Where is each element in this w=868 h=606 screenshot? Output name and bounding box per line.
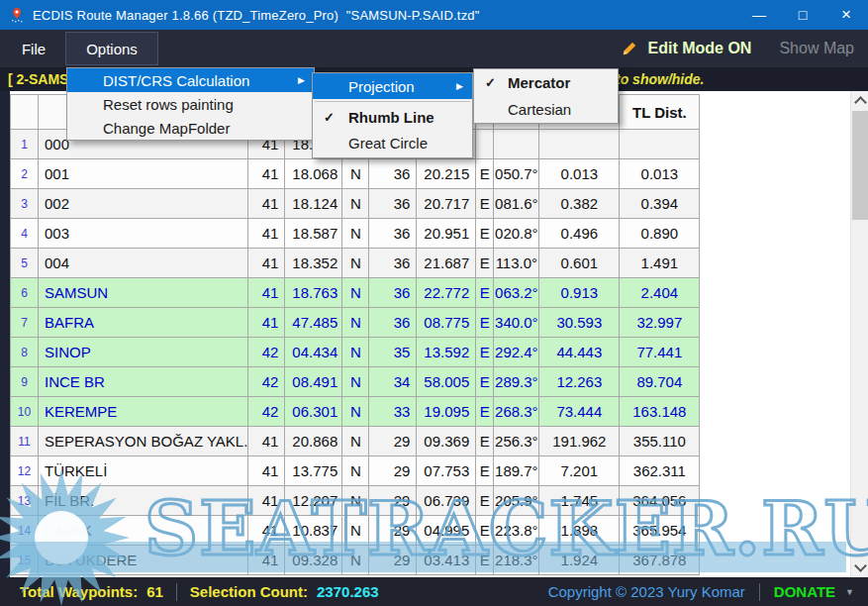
menu-item-reset-rows-painting[interactable]: Reset rows painting <box>67 92 314 116</box>
table-row[interactable]: 11 SEPERASYON BOĞAZ YAKL. 41 20.868 N 29… <box>11 427 700 456</box>
cell-name: 001 <box>39 159 248 189</box>
cell-tl-dist: 0.394 <box>620 189 700 219</box>
close-button[interactable]: × <box>824 0 868 30</box>
app-icon <box>9 7 25 23</box>
row-number: 13 <box>11 486 39 516</box>
row-number: 12 <box>11 456 39 486</box>
cell-tl-dist: 365.954 <box>620 516 700 546</box>
cell-name: BÜYÜKDERE <box>39 546 248 575</box>
table-row[interactable]: 5 004 41 18.352 N 36 21.687 E 113.0° 0.6… <box>11 249 700 278</box>
cell-name: 003 <box>39 219 248 249</box>
cell-ns: N <box>342 397 369 427</box>
menubar-right: Edit Mode ON Show Map <box>621 30 854 67</box>
table-row[interactable]: 7 BAFRA 41 47.485 N 36 08.775 E 340.0° 3… <box>11 308 700 338</box>
cell-ew: E <box>476 189 494 219</box>
cell-name: BAFRA <box>39 308 248 338</box>
vertical-scrollbar[interactable] <box>850 91 868 577</box>
cell-tl-dist: 362.311 <box>620 456 700 486</box>
window-controls: — □ × <box>737 0 868 30</box>
cell-lat-min: 18.352 <box>285 249 342 278</box>
menu-item-cartesian[interactable]: Cartesian <box>474 96 618 123</box>
status-bar: Total Waypoints: 61 Selection Count: 237… <box>0 577 868 606</box>
donate-button[interactable]: DONATE <box>774 583 835 600</box>
selection-count-label: Selection Count: <box>190 583 308 600</box>
cell-course: 223.8° <box>494 516 539 546</box>
selection-count-value: 2370.263 <box>317 583 379 600</box>
cell-course: 256.3° <box>494 427 539 456</box>
scroll-up-button[interactable] <box>851 91 868 111</box>
cell-course: 205.9° <box>494 486 539 516</box>
table-row[interactable]: 9 INCE BR 42 08.491 N 34 58.005 E 289.3°… <box>11 367 700 397</box>
table-row[interactable]: 10 KEREMPE 42 06.301 N 33 19.095 E 268.3… <box>11 397 700 427</box>
menu-item-dist-crs-calculation[interactable]: DIST/CRS Calculation ▶ <box>67 68 314 92</box>
cell-lon-min: 13.592 <box>417 338 476 367</box>
cell-name: SAMSUN <box>39 278 248 308</box>
row-number: 2 <box>11 159 39 189</box>
row-number: 3 <box>11 189 39 219</box>
app-window: ECDIS Route Manager 1.8.66 (TZD_TimeZero… <box>0 0 868 606</box>
menu-options[interactable]: Options <box>65 32 158 65</box>
cell-ew: E <box>476 516 494 546</box>
edit-mode-toggle[interactable]: Edit Mode ON <box>648 40 752 57</box>
header-tl-dist: TL Dist. <box>620 95 700 130</box>
menu-item-label: Reset rows painting <box>103 96 234 113</box>
table-row[interactable]: 6 SAMSUN 41 18.763 N 36 22.772 E 063.2° … <box>11 278 700 308</box>
table-row[interactable]: 12 TÜRKELİ 41 13.775 N 29 07.753 E 189.7… <box>11 456 700 486</box>
row-number: 1 <box>11 130 39 159</box>
cell-tl-dist: 0.890 <box>620 219 700 249</box>
menu-item-change-mapfolder[interactable]: Change MapFolder <box>67 116 314 140</box>
scroll-down-button[interactable] <box>851 557 868 577</box>
menu-item-projection[interactable]: Projection ▶ <box>313 73 472 99</box>
minimize-button[interactable]: — <box>737 0 781 30</box>
cell-ns: N <box>342 486 369 516</box>
cell-course: 292.4° <box>494 338 539 367</box>
cell-dist: 73.444 <box>539 397 620 427</box>
cell-lon-deg: 36 <box>369 249 417 278</box>
table-row[interactable]: 4 003 41 18.587 N 36 20.951 E 020.8° 0.4… <box>11 219 700 249</box>
table-row[interactable]: 15 BÜYÜKDERE 41 09.328 N 29 03.413 E 218… <box>11 546 700 575</box>
menu-item-great-circle[interactable]: Great Circle <box>313 130 472 155</box>
cell-lat-min: 18.587 <box>285 219 342 249</box>
menu-file[interactable]: File <box>10 32 57 65</box>
calc-submenu: Projection ▶ ✓ Rhumb Line Great Circle <box>312 72 473 158</box>
cell-lon-min: 20.215 <box>417 159 476 189</box>
cell-name: 002 <box>39 189 248 219</box>
cell-lon-min: 20.717 <box>417 189 476 219</box>
chevron-up-icon <box>854 96 867 109</box>
menu-item-mercator[interactable]: ✓ Mercator <box>474 69 618 96</box>
window-title: ECDIS Route Manager 1.8.66 (TZD_TimeZero… <box>33 8 480 23</box>
caret-down-icon[interactable]: ▼ <box>845 587 854 597</box>
table-row[interactable]: 13 FİL BR. 41 12.207 N 29 06.739 E 205.9… <box>11 486 700 516</box>
cell-name: TÜRKELİ <box>39 456 248 486</box>
show-map-button[interactable]: Show Map <box>779 40 854 57</box>
menu-item-rhumb-line[interactable]: ✓ Rhumb Line <box>313 104 472 130</box>
cell-tl-dist: 32.997 <box>620 308 700 338</box>
menu-item-label: DIST/CRS Calculation <box>103 72 249 89</box>
table-row[interactable]: 2 001 41 18.068 N 36 20.215 E 050.7° 0.0… <box>11 159 700 189</box>
cell-course: 218.3° <box>494 546 539 575</box>
maximize-button[interactable]: □ <box>781 0 824 30</box>
table-row[interactable]: 3 002 41 18.124 N 36 20.717 E 081.6° 0.3… <box>11 189 700 219</box>
cell-ew: E <box>476 546 494 575</box>
cell-lon-min: 22.772 <box>417 278 476 308</box>
cell-course: 113.0° <box>494 249 539 278</box>
cell-lon-deg: 35 <box>369 338 417 367</box>
table-row[interactable]: 8 SINOP 42 04.434 N 35 13.592 E 292.4° 4… <box>11 338 700 367</box>
cell-course: 020.8° <box>494 219 539 249</box>
title-bar: ECDIS Route Manager 1.8.66 (TZD_TimeZero… <box>0 0 868 30</box>
cell-name: SINOP <box>39 338 248 367</box>
cell-lat-deg: 41 <box>248 516 285 546</box>
cell-course: 063.2° <box>494 278 539 308</box>
cell-dist: 0.382 <box>539 189 620 219</box>
scrollbar-thumb[interactable] <box>852 111 868 220</box>
table-row[interactable]: 14 KAVAK 41 10.837 N 29 04.995 E 223.8° … <box>11 516 700 546</box>
cell-lon-min: 03.413 <box>417 546 476 575</box>
cell-dist: 0.013 <box>539 159 620 189</box>
menu-item-label: Mercator <box>508 74 570 91</box>
cell-lat-min: 08.491 <box>285 367 342 397</box>
cell-dist: 12.263 <box>539 367 620 397</box>
cell-course <box>494 130 539 159</box>
cell-tl-dist: 2.404 <box>620 278 700 308</box>
total-waypoints-value: 61 <box>146 583 163 600</box>
cell-lat-deg: 42 <box>248 397 285 427</box>
